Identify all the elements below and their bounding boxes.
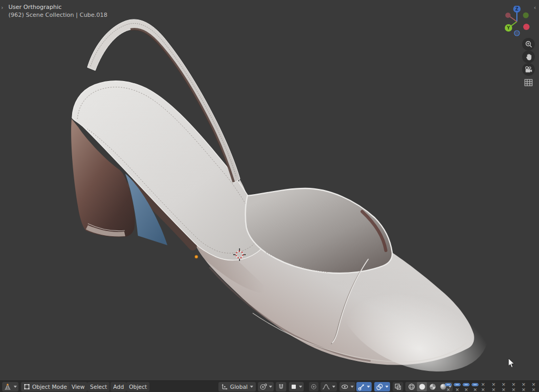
menu-object[interactable]: Object bbox=[126, 382, 149, 391]
viewport-header: Object Mode View Select Add Object Globa… bbox=[0, 380, 539, 392]
camera-icon bbox=[524, 66, 533, 74]
shading-solid-button[interactable] bbox=[417, 382, 427, 391]
overflow-x-glyph: ✕ bbox=[522, 388, 526, 392]
shading-wireframe-button[interactable] bbox=[406, 382, 416, 391]
object-mode-icon bbox=[24, 384, 30, 390]
snap-with-dropdown[interactable] bbox=[289, 382, 304, 391]
overflow-x-glyph: ✕ bbox=[512, 388, 516, 392]
orientation-axes-icon bbox=[221, 384, 228, 390]
snap-increment-icon bbox=[291, 384, 297, 390]
object-type-visibility-dropdown[interactable] bbox=[340, 382, 355, 391]
overflow-x-glyph: ✕ bbox=[455, 388, 460, 392]
chevron-down-icon bbox=[351, 386, 354, 388]
gizmo-axis-y-neg[interactable] bbox=[523, 13, 529, 18]
falloff-curve-icon bbox=[322, 384, 330, 390]
proportional-editing-icon bbox=[311, 384, 317, 390]
active-object-breadcrumb: (962) Scene Collection | Cube.018 bbox=[8, 11, 107, 19]
xray-icon bbox=[394, 383, 402, 390]
overflow-x-glyph: ✕ bbox=[512, 383, 516, 387]
show-gizmos-toggle[interactable] bbox=[356, 382, 372, 391]
chevron-down-icon bbox=[269, 386, 272, 388]
view-mode-label: User Orthographic bbox=[8, 3, 62, 11]
overflow-x-glyph: ✕ bbox=[464, 388, 468, 392]
overflow-toggle-pill[interactable] bbox=[463, 383, 470, 386]
show-overlays-toggle[interactable] bbox=[374, 382, 390, 391]
overflow-toggle-pill[interactable] bbox=[454, 383, 461, 386]
transform-orientation-label: Global bbox=[230, 384, 248, 390]
menu-select[interactable]: Select bbox=[87, 382, 109, 391]
grid-icon bbox=[524, 78, 533, 87]
chevron-down-icon bbox=[250, 386, 253, 388]
magnet-icon bbox=[277, 384, 285, 390]
menu-add-label: Add bbox=[113, 384, 124, 390]
transform-orientation-dropdown[interactable]: Global bbox=[218, 382, 256, 391]
overflow-toggle-pill[interactable] bbox=[445, 383, 452, 386]
snap-toggle[interactable] bbox=[276, 382, 286, 391]
sidebar-collapse-arrow[interactable]: ‹ bbox=[534, 5, 536, 11]
hand-icon bbox=[525, 53, 533, 61]
zoom-button[interactable] bbox=[522, 38, 535, 51]
blender-3d-viewport: › User Orthographic (962) Scene Collecti… bbox=[0, 0, 539, 392]
visibility-eye-icon bbox=[341, 384, 348, 390]
overflow-x-glyph: ✕ bbox=[532, 388, 536, 392]
menu-add[interactable]: Add bbox=[111, 382, 126, 391]
overflow-x-glyph: ✕ bbox=[502, 388, 506, 392]
mouse-cursor bbox=[508, 358, 515, 368]
gizmo-axis-x[interactable] bbox=[523, 24, 530, 30]
gizmo-axis-z-neg[interactable] bbox=[514, 31, 520, 36]
gizmo-z-label: Z bbox=[515, 7, 518, 12]
perspective-toggle-button[interactable] bbox=[524, 78, 533, 89]
overflow-x-glyph: ✕ bbox=[502, 383, 506, 387]
overflow-x-glyph: ✕ bbox=[473, 388, 477, 392]
wireframe-sphere-icon bbox=[408, 383, 415, 390]
viewport-3d-render bbox=[0, 0, 539, 392]
overflow-x-glyph: ✕ bbox=[481, 388, 485, 392]
magnifier-plus-icon bbox=[525, 41, 533, 48]
view-navigation-gizmo[interactable]: Z Y bbox=[501, 6, 534, 38]
chevron-down-icon bbox=[14, 386, 17, 388]
proportional-falloff-dropdown[interactable] bbox=[321, 382, 337, 391]
mode-selector-label: Object Mode bbox=[32, 384, 67, 390]
menu-select-label: Select bbox=[90, 384, 107, 390]
viewport-editor-icon bbox=[4, 383, 12, 390]
pan-button[interactable] bbox=[522, 51, 535, 63]
pivot-point-icon bbox=[259, 384, 267, 390]
chevron-down-icon bbox=[332, 386, 335, 388]
overflow-toggle-pill[interactable] bbox=[472, 383, 478, 386]
overlays-icon bbox=[376, 384, 383, 390]
gizmo-arrows-icon bbox=[358, 384, 365, 390]
chevron-down-icon bbox=[299, 386, 302, 388]
chevron-down-icon bbox=[385, 386, 388, 388]
solid-sphere-icon bbox=[418, 383, 426, 390]
overflow-x-glyph: ✕ bbox=[532, 383, 536, 387]
menu-view-label: View bbox=[72, 384, 85, 390]
editor-type-dropdown[interactable] bbox=[2, 382, 18, 391]
menu-object-label: Object bbox=[129, 384, 147, 390]
overflow-x-glyph: ✕ bbox=[492, 383, 496, 387]
pivot-point-dropdown[interactable] bbox=[258, 382, 274, 391]
gizmo-axis-x-neg[interactable] bbox=[505, 13, 511, 18]
overflow-x-glyph: ✕ bbox=[492, 388, 496, 392]
material-sphere-icon bbox=[429, 383, 436, 390]
overflow-x-glyph: ✕ bbox=[522, 383, 526, 387]
menu-view[interactable]: View bbox=[69, 382, 87, 391]
xray-toggle[interactable] bbox=[393, 382, 403, 391]
mode-selector-dropdown[interactable]: Object Mode bbox=[21, 382, 75, 391]
overflow-x-glyph: ✕ bbox=[481, 383, 485, 387]
shading-material-button[interactable] bbox=[427, 382, 437, 391]
toolbar-collapse-arrow[interactable]: › bbox=[1, 5, 3, 11]
overflow-x-glyph: ✕ bbox=[446, 388, 451, 392]
camera-view-button[interactable] bbox=[522, 63, 535, 76]
chevron-down-icon bbox=[367, 386, 370, 388]
gizmo-y-label: Y bbox=[506, 26, 510, 31]
object-origin-point bbox=[195, 255, 198, 258]
proportional-editing-toggle[interactable] bbox=[309, 382, 318, 391]
